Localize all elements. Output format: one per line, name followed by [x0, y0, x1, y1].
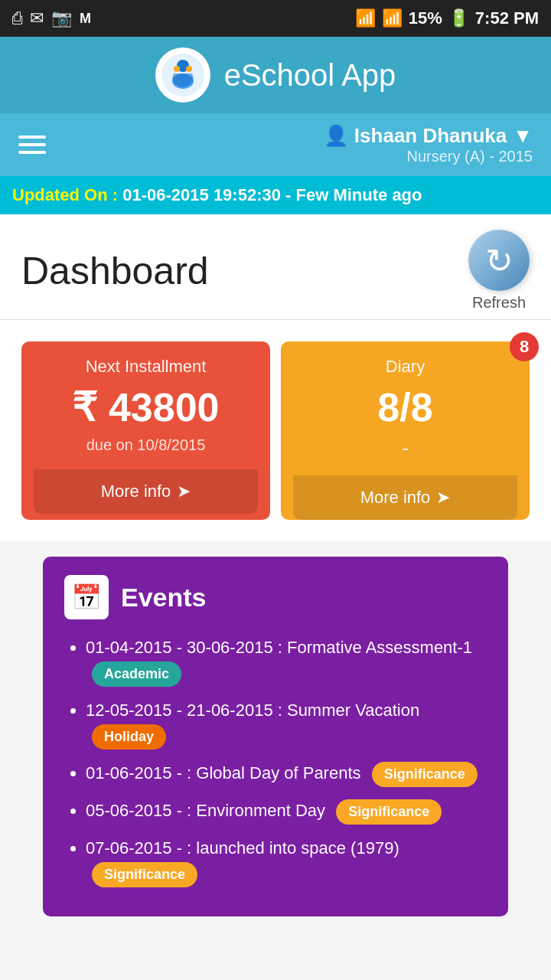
- update-value: 01-06-2015 19:52:30 - Few Minute ago: [122, 185, 422, 204]
- user-info: 👤 Ishaan Dhanuka ▼ Nursery (A) - 2015: [324, 124, 533, 165]
- events-section: 📅 Events 01-04-2015 - 30-06-2015 : Forma…: [43, 557, 508, 916]
- refresh-label: Refresh: [472, 294, 526, 312]
- diary-card-dash: -: [402, 436, 409, 460]
- diary-card-title: Diary: [386, 357, 425, 377]
- list-item: 01-06-2015 - : Global Day of Parents Sig…: [86, 760, 487, 787]
- email-icon: ✉: [30, 8, 44, 28]
- list-item: 01-04-2015 - 30-06-2015 : Formative Asse…: [86, 635, 487, 687]
- svg-point-4: [186, 66, 192, 72]
- app-logo: [155, 47, 210, 103]
- list-item: 05-06-2015 - : Environment Day Significa…: [86, 798, 487, 825]
- dashboard-title: Dashboard: [21, 249, 209, 293]
- events-header: 📅 Events: [64, 575, 487, 619]
- gmail-icon: M: [80, 11, 91, 27]
- dashboard-header: Dashboard ↻ Refresh: [0, 214, 551, 320]
- battery-percent: 15%: [409, 8, 442, 28]
- user-name-display[interactable]: 👤 Ishaan Dhanuka ▼: [324, 124, 533, 148]
- status-bar: ⎙ ✉ 📷 M 📶 📶 15% 🔋 7:52 PM: [0, 0, 551, 37]
- battery-icon: 🔋: [448, 8, 469, 28]
- person-icon: 👤: [324, 124, 348, 148]
- arrow-right-icon: ➤: [436, 488, 450, 508]
- cards-row: Next Installment ₹ 43800 due on 10/8/201…: [21, 320, 530, 520]
- list-item: 12-05-2015 - 21-06-2015 : Summer Vacatio…: [86, 697, 487, 750]
- image-icon: 📷: [51, 8, 72, 28]
- diary-card-value: 8/8: [377, 384, 432, 430]
- refresh-icon: ↻: [468, 230, 530, 291]
- significance-tag-2: Significance: [336, 799, 442, 825]
- installment-card-title: Next Installment: [86, 357, 207, 377]
- refresh-button[interactable]: ↻ Refresh: [468, 230, 530, 312]
- events-list: 01-04-2015 - 30-06-2015 : Formative Asse…: [64, 635, 487, 887]
- installment-card-sub: due on 10/8/2015: [86, 436, 206, 454]
- diary-badge: 8: [510, 332, 539, 361]
- time-display: 7:52 PM: [475, 8, 539, 28]
- status-icons-right: 📶 📶 15% 🔋 7:52 PM: [355, 8, 539, 28]
- hamburger-menu[interactable]: [18, 136, 46, 154]
- app-title: eSchool App: [224, 58, 396, 93]
- update-label: Updated On :: [12, 185, 118, 204]
- list-item: 07-06-2015 - : launched into space (1979…: [86, 835, 487, 887]
- app-header: eSchool App: [0, 37, 551, 113]
- installment-card-value: ₹ 43800: [72, 384, 219, 430]
- wifi-icon: 📶: [355, 8, 376, 28]
- significance-tag-3: Significance: [92, 862, 197, 887]
- signal-icon: 📶: [382, 8, 403, 28]
- academic-tag: Academic: [92, 662, 181, 687]
- user-bar: 👤 Ishaan Dhanuka ▼ Nursery (A) - 2015: [0, 113, 551, 176]
- update-banner: Updated On : 01-06-2015 19:52:30 - Few M…: [0, 176, 551, 214]
- chevron-down-icon: ▼: [513, 124, 533, 148]
- calendar-icon: 📅: [64, 575, 109, 619]
- svg-point-3: [174, 66, 180, 72]
- diary-more-info-button[interactable]: More info ➤: [293, 475, 517, 520]
- holiday-tag: Holiday: [92, 724, 166, 750]
- events-title: Events: [121, 583, 207, 612]
- diary-card: 8 Diary 8/8 - More info ➤: [281, 341, 530, 520]
- status-icons-left: ⎙ ✉ 📷 M: [12, 8, 91, 28]
- installment-card: Next Installment ₹ 43800 due on 10/8/201…: [21, 341, 270, 520]
- usb-icon: ⎙: [12, 8, 22, 28]
- installment-more-info-button[interactable]: More info ➤: [34, 469, 258, 514]
- significance-tag: Significance: [372, 762, 478, 787]
- user-class-display: Nursery (A) - 2015: [324, 148, 533, 165]
- arrow-right-icon: ➤: [177, 482, 191, 501]
